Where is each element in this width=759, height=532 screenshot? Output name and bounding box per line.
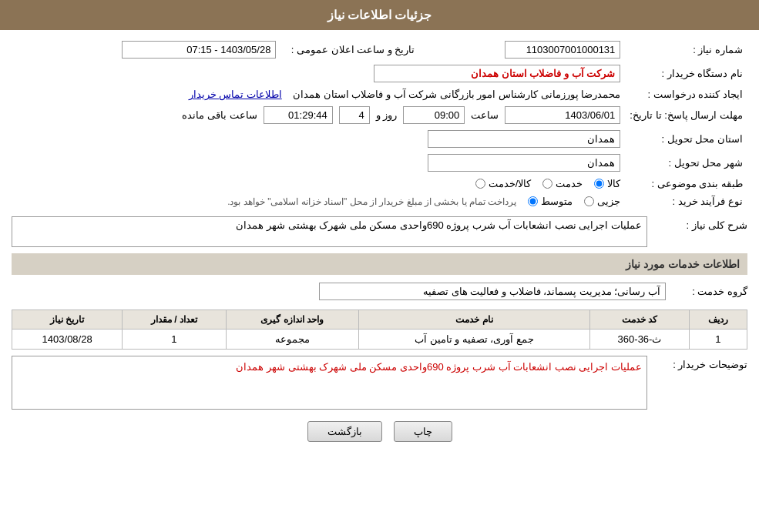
- deadline-days-label: روز و: [376, 109, 398, 121]
- category-option-kala-khadamat[interactable]: کالا/خدمت: [475, 178, 532, 189]
- buyer-notes-box: عملیات اجرایی نصب انشعابات آب شرب پروژه …: [12, 356, 647, 410]
- cell-unit: مجموعه: [226, 330, 358, 350]
- deadline-time-box: 09:00: [403, 106, 465, 124]
- col-header-row: ردیف: [689, 310, 747, 330]
- buyer-notes-label: توضیحات خریدار :: [655, 356, 747, 370]
- category-option-khadamat[interactable]: خدمت: [542, 178, 583, 189]
- province-label: استان محل تحویل :: [625, 127, 747, 151]
- buyer-notes-content: عملیات اجرایی نصب انشعابات آب شرب پروژه …: [12, 356, 647, 410]
- need-number-value: 1103007001000131: [419, 38, 625, 62]
- public-announce-box: 1403/05/28 - 07:15: [122, 41, 276, 59]
- col-header-qty: تعداد / مقدار: [123, 310, 226, 330]
- deadline-remaining-box: 01:29:44: [264, 106, 333, 124]
- deadline-date-box: 1403/06/01: [505, 106, 620, 124]
- group-service-row: گروه خدمت : آب رسانی؛ مدیریت پسماند، فاض…: [12, 279, 747, 303]
- need-number-label: شماره نیاز :: [625, 38, 747, 62]
- cell-date: 1403/08/28: [12, 330, 123, 350]
- description-label: شرح کلی نیاز :: [655, 216, 747, 231]
- public-announce-value: 1403/05/28 - 07:15: [12, 38, 280, 62]
- description-box: عملیات اجرایی نصب انشعابات آب شرب پروژه …: [12, 216, 647, 247]
- requester-link[interactable]: اطلاعات تماس خریدار: [189, 89, 282, 100]
- buyer-notes-section: توضیحات خریدار : عملیات اجرایی نصب انشعا…: [12, 356, 747, 410]
- cell-row: 1: [689, 330, 747, 350]
- cell-code: ث-36-360: [590, 330, 690, 350]
- purchase-note: پرداخت تمام یا بخشی از مبلغ خریدار از مح…: [227, 196, 516, 207]
- deadline-remaining-label: ساعت باقی مانده: [182, 109, 257, 121]
- main-content: شماره نیاز : 1103007001000131 تاریخ و سا…: [0, 30, 759, 461]
- deadline-label: مهلت ارسال پاسخ: تا تاریخ:: [625, 103, 747, 127]
- service-info-title: اطلاعات خدمات مورد نیاز: [12, 253, 747, 275]
- buyer-org-box: شرکت آب و فاضلاب استان همدان: [374, 65, 620, 82]
- purchase-type-label: نوع فرآیند خرید :: [625, 192, 747, 210]
- col-header-date: تاریخ نیاز: [12, 310, 123, 330]
- info-table: شماره نیاز : 1103007001000131 تاریخ و سا…: [12, 38, 747, 210]
- cell-qty: 1: [123, 330, 226, 350]
- city-value: همدان: [12, 151, 625, 175]
- need-number-box: 1103007001000131: [505, 41, 620, 59]
- back-button[interactable]: بازگشت: [307, 421, 382, 442]
- page-container: جزئیات اطلاعات نیاز شماره نیاز : 1103007…: [0, 0, 759, 532]
- col-header-code: کد خدمت: [590, 310, 690, 330]
- group-service-label: گروه خدمت :: [670, 286, 747, 297]
- description-value-box: عملیات اجرایی نصب انشعابات آب شرب پروژه …: [12, 216, 647, 247]
- description-section: شرح کلی نیاز : عملیات اجرایی نصب انشعابا…: [12, 216, 747, 247]
- deadline-row: 1403/06/01 ساعت 09:00 روز و 4 01:29:44: [12, 103, 625, 127]
- table-row: 1 ث-36-360 جمع آوری، تصفیه و تامین آب مج…: [12, 330, 747, 350]
- services-table: ردیف کد خدمت نام خدمت واحد اندازه گیری ت…: [12, 309, 747, 350]
- requester-label: ایجاد کننده درخواست :: [625, 85, 747, 103]
- cell-service: جمع آوری، تصفیه و تامین آب: [358, 330, 589, 350]
- buyer-org-label: نام دستگاه خریدار :: [625, 62, 747, 85]
- category-row: کالا خدمت کالا/خدمت: [12, 175, 625, 192]
- province-box: همدان: [428, 130, 620, 148]
- buyer-org-value: شرکت آب و فاضلاب استان همدان: [12, 62, 625, 85]
- province-value: همدان: [12, 127, 625, 151]
- button-row: چاپ بازگشت: [12, 421, 747, 442]
- print-button[interactable]: چاپ: [394, 421, 452, 442]
- group-service-box: آب رسانی؛ مدیریت پسماند، فاضلاب و فعالیت…: [319, 283, 666, 300]
- city-label: شهر محل تحویل :: [625, 151, 747, 175]
- col-header-service: نام خدمت: [358, 310, 589, 330]
- deadline-days-box: 4: [339, 106, 370, 124]
- category-label: طبقه بندی موضوعی :: [625, 175, 747, 192]
- purchase-type-row: جزیی متوسط پرداخت تمام یا بخشی از مبلغ خ…: [12, 192, 625, 210]
- requester-value: محمدرضا پورزمانی کارشناس امور بازرگانی ش…: [12, 85, 625, 103]
- col-header-unit: واحد اندازه گیری: [226, 310, 358, 330]
- purchase-option-mottavasset[interactable]: متوسط: [528, 196, 573, 207]
- category-option-kala[interactable]: کالا: [594, 178, 620, 189]
- deadline-time-label: ساعت: [471, 109, 499, 121]
- public-announce-label: تاریخ و ساعت اعلان عمومی :: [280, 38, 419, 62]
- page-header: جزئیات اطلاعات نیاز: [0, 0, 759, 30]
- purchase-option-jozii[interactable]: جزیی: [584, 196, 620, 207]
- page-title: جزئیات اطلاعات نیاز: [327, 8, 432, 22]
- city-box: همدان: [428, 154, 620, 172]
